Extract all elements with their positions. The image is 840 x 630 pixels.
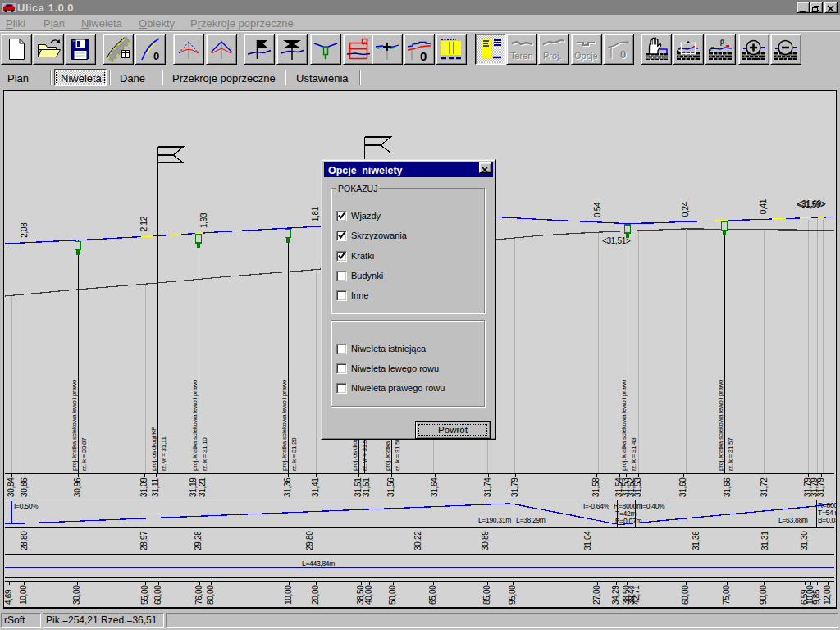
svg-text:42,71: 42,71 bbox=[632, 585, 641, 605]
svg-text:60,00: 60,00 bbox=[681, 585, 690, 605]
svg-text:12,00: 12,00 bbox=[823, 585, 832, 605]
svg-text:31,41: 31,41 bbox=[311, 477, 320, 497]
svg-text:rz. k = 31,28: rz. k = 31,28 bbox=[290, 437, 298, 471]
svg-text:10,00: 10,00 bbox=[284, 585, 293, 605]
svg-text:proj. os drogi KP: proj. os drogi KP bbox=[150, 427, 158, 471]
svg-text:<31,69>: <31,69> bbox=[797, 199, 826, 208]
svg-text:0: 0 bbox=[620, 48, 626, 61]
svg-text:rz. k = 31,10: rz. k = 31,10 bbox=[201, 437, 208, 471]
svg-text:31,36: 31,36 bbox=[283, 477, 292, 497]
svg-text:85,00: 85,00 bbox=[482, 585, 491, 605]
svg-text:B=0,03m: B=0,03m bbox=[818, 516, 836, 524]
svg-text:L=190,31m: L=190,31m bbox=[478, 516, 511, 524]
svg-text:76,00: 76,00 bbox=[194, 585, 203, 605]
svg-text:31,51: 31,51 bbox=[362, 477, 371, 497]
svg-text:L=38,29m: L=38,29m bbox=[516, 516, 546, 524]
svg-text:30,89: 30,89 bbox=[481, 531, 490, 550]
svg-text:I=0,40%: I=0,40% bbox=[641, 502, 665, 510]
svg-text:31,21: 31,21 bbox=[198, 477, 207, 497]
svg-text:31,53: 31,53 bbox=[633, 477, 642, 497]
svg-text:I=-0,64%: I=-0,64% bbox=[583, 502, 610, 510]
svg-text:29,28: 29,28 bbox=[194, 531, 203, 550]
svg-text:31,56: 31,56 bbox=[386, 477, 395, 497]
svg-text:proj. kratka sciekowa lewo i p: proj. kratka sciekowa lewo i prawo bbox=[281, 379, 288, 471]
svg-text:90,00: 90,00 bbox=[759, 585, 768, 605]
svg-text:0,41: 0,41 bbox=[760, 199, 769, 214]
svg-text:rz. k = 31,56: rz. k = 31,56 bbox=[394, 437, 401, 471]
svg-text:9,85: 9,85 bbox=[812, 589, 821, 605]
svg-text:50,00: 50,00 bbox=[388, 585, 397, 605]
svg-text:31,60: 31,60 bbox=[678, 477, 687, 497]
svg-text:30,00: 30,00 bbox=[72, 585, 81, 605]
svg-text:31,09: 31,09 bbox=[139, 477, 148, 497]
svg-text:31,64: 31,64 bbox=[430, 477, 439, 497]
svg-text:31,74: 31,74 bbox=[483, 477, 492, 497]
svg-text:65,00: 65,00 bbox=[428, 585, 437, 605]
svg-text:31,79: 31,79 bbox=[816, 477, 825, 497]
svg-text:2,12: 2,12 bbox=[140, 216, 149, 231]
svg-text:L=443,84m: L=443,84m bbox=[302, 559, 335, 568]
svg-text:0: 0 bbox=[420, 49, 427, 62]
svg-text:2,08: 2,08 bbox=[21, 222, 30, 238]
svg-text:75,00: 75,00 bbox=[722, 585, 731, 605]
svg-text:55,00: 55,00 bbox=[140, 585, 149, 605]
svg-text:1,81: 1,81 bbox=[312, 206, 321, 221]
svg-text:1,93: 1,93 bbox=[199, 212, 208, 228]
svg-text:B=0,07m: B=0,07m bbox=[615, 517, 641, 525]
svg-text:31,19: 31,19 bbox=[189, 477, 198, 497]
svg-text:Proj.: Proj. bbox=[543, 51, 562, 61]
svg-text:proj. kratka sciekowa lewo i p: proj. kratka sciekowa lewo i prawo bbox=[71, 379, 78, 471]
svg-text:31,36: 31,36 bbox=[692, 531, 701, 550]
svg-text:27,00: 27,00 bbox=[592, 585, 601, 605]
svg-text:Teren: Teren bbox=[510, 51, 533, 61]
svg-text:31,66: 31,66 bbox=[723, 477, 732, 497]
svg-text:31,11: 31,11 bbox=[151, 477, 160, 497]
svg-text:L=63,88m: L=63,88m bbox=[778, 516, 808, 524]
svg-text:30,86: 30,86 bbox=[20, 477, 29, 497]
svg-text:60,00: 60,00 bbox=[153, 585, 162, 605]
svg-text:31,30: 31,30 bbox=[800, 531, 809, 550]
svg-text:proj. os drogi: proj. os drogi bbox=[351, 436, 358, 471]
svg-text:31,79: 31,79 bbox=[510, 477, 519, 497]
svg-text:proj. kratka sciekowa lewo i p: proj. kratka sciekowa lewo i prawo bbox=[620, 379, 628, 471]
svg-text:<31,51>: <31,51> bbox=[602, 236, 631, 245]
svg-text:31,31: 31,31 bbox=[760, 531, 769, 550]
svg-text:29,80: 29,80 bbox=[305, 531, 314, 550]
svg-text:rz. k = 30,87: rz. k = 30,87 bbox=[80, 437, 88, 471]
svg-text:Opcje: Opcje bbox=[574, 51, 598, 61]
svg-text:30,22: 30,22 bbox=[413, 531, 422, 550]
svg-text:95,00: 95,00 bbox=[508, 585, 517, 605]
svg-text:proj. kratka sciekowa lewo i p: proj. kratka sciekowa lewo i prawo bbox=[191, 379, 199, 471]
svg-text:rz. k = 31,57: rz. k = 31,57 bbox=[727, 437, 734, 471]
svg-text:28,80: 28,80 bbox=[20, 531, 29, 550]
svg-text:30,84: 30,84 bbox=[7, 477, 16, 497]
svg-text:20,00: 20,00 bbox=[311, 585, 320, 605]
svg-text:34,29: 34,29 bbox=[611, 585, 620, 605]
svg-text:I=0,50%: I=0,50% bbox=[14, 502, 39, 510]
svg-text:80,00: 80,00 bbox=[206, 585, 215, 605]
svg-text:40,00: 40,00 bbox=[364, 585, 373, 605]
svg-text:proj. kratka sciekowa lewo i p: proj. kratka sciekowa lewo i prawo bbox=[717, 379, 724, 471]
svg-text:0,24: 0,24 bbox=[682, 201, 691, 217]
svg-text:31,58: 31,58 bbox=[591, 477, 600, 497]
svg-text:4,69: 4,69 bbox=[4, 589, 13, 605]
svg-text:31,72: 31,72 bbox=[760, 477, 769, 497]
svg-text:10,00: 10,00 bbox=[19, 585, 28, 605]
svg-text:30,96: 30,96 bbox=[73, 477, 82, 497]
svg-text:rz. k = 31,43: rz. k = 31,43 bbox=[630, 437, 637, 471]
svg-text:28,97: 28,97 bbox=[139, 531, 148, 550]
svg-text:0: 0 bbox=[153, 50, 159, 62]
svg-text:31,04: 31,04 bbox=[583, 531, 592, 550]
svg-text:rz. w = 31,11: rz. w = 31,11 bbox=[160, 436, 167, 471]
svg-text:0,54: 0,54 bbox=[594, 202, 603, 217]
